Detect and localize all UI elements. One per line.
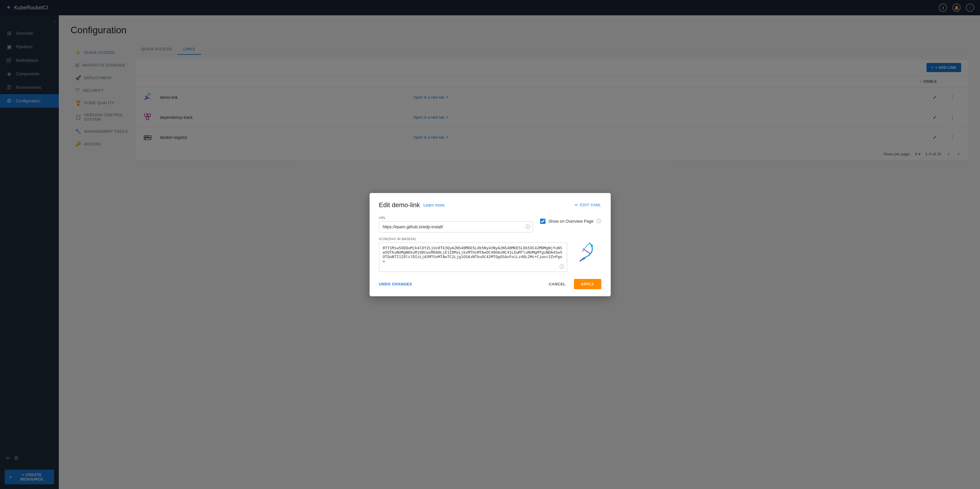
modal-footer: UNDO CHANGES CANCEL APPLY xyxy=(379,279,601,289)
edit-yaml-label: EDIT YAML xyxy=(580,203,601,207)
modal-title-text: Edit demo-link xyxy=(379,201,420,209)
url-field: URL ⓘ xyxy=(379,216,533,233)
url-field-label: URL xyxy=(379,216,533,220)
icon-preview xyxy=(572,237,601,266)
edit-link-modal: Edit demo-link Learn more. ✏ EDIT YAML U… xyxy=(370,193,611,296)
cancel-button[interactable]: CANCEL xyxy=(544,280,570,288)
icon-info-icon: ⓘ xyxy=(560,264,564,270)
pencil-icon: ✏ xyxy=(575,203,578,207)
show-overview-info-icon: ⓘ xyxy=(597,218,601,225)
icon-field-label: Icon(svg in base64) xyxy=(379,237,567,241)
modal-textarea-area: Icon(svg in base64) 0TY1Miw5ODQuMjk4lDY2… xyxy=(379,237,601,273)
show-overview-label: Show on Overview Page xyxy=(548,219,593,224)
modal-title-area: Edit demo-link Learn more. xyxy=(379,201,446,209)
modal-overlay: Edit demo-link Learn more. ✏ EDIT YAML U… xyxy=(0,0,980,489)
url-input[interactable] xyxy=(379,221,533,233)
learn-more-link[interactable]: Learn more. xyxy=(423,203,445,207)
modal-actions: CANCEL APPLY xyxy=(544,279,601,289)
show-overview-checkbox[interactable] xyxy=(540,218,546,224)
apply-button[interactable]: APPLY xyxy=(574,279,601,289)
icon-field: Icon(svg in base64) 0TY1Miw5ODQuMjk4lDY2… xyxy=(379,237,567,273)
icon-textarea[interactable]: 0TY1Miw5ODQuMjk4lDY2LjUs0Tk3QyA2NS40MDE5… xyxy=(379,242,567,272)
url-info-icon: ⓘ xyxy=(525,224,530,230)
modal-url-row: URL ⓘ Show on Overview Page ⓘ xyxy=(379,216,601,233)
undo-changes-button[interactable]: UNDO CHANGES xyxy=(379,282,412,286)
preview-feather-svg xyxy=(575,240,598,264)
modal-header: Edit demo-link Learn more. ✏ EDIT YAML xyxy=(379,201,601,209)
show-overview-area: Show on Overview Page ⓘ xyxy=(540,216,601,225)
edit-yaml-button[interactable]: ✏ EDIT YAML xyxy=(575,203,601,207)
